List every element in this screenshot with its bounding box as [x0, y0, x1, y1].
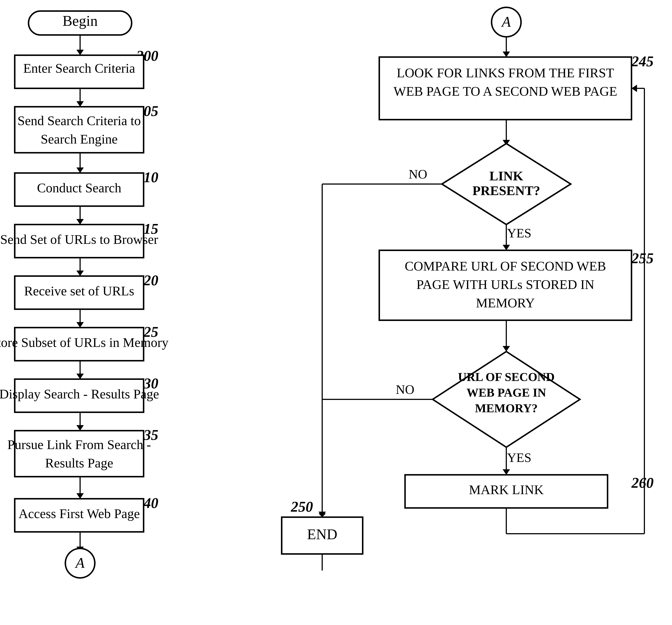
begin-label: Begin: [63, 13, 98, 29]
node-200-text: Enter Search Criteria: [23, 61, 135, 76]
node-260-text: MARK LINK: [469, 482, 544, 497]
url-memory-no-label: NO: [395, 382, 414, 397]
node-245-text-line1: LOOK FOR LINKS FROM THE FIRST: [397, 66, 614, 80]
svg-marker-2: [76, 50, 84, 55]
decision-link-present-text-line2: PRESENT?: [473, 183, 540, 198]
svg-marker-8: [76, 168, 84, 173]
link-present-no-label: NO: [409, 167, 427, 181]
flowchart-container: Begin 200 Enter Search Criteria 205 Send…: [0, 0, 672, 625]
node-205-text-line2: Search Engine: [41, 132, 118, 147]
node-235-text-line2: Results Page: [45, 456, 113, 470]
decision-url-memory-text-line3: MEMORY?: [475, 402, 538, 415]
svg-marker-11: [76, 219, 84, 225]
url-memory-yes-label: YES: [507, 451, 531, 465]
svg-marker-5: [76, 101, 84, 107]
node-220-text: Receive set of URLs: [24, 283, 134, 298]
svg-marker-43: [433, 351, 580, 447]
connector-a-bottom-label: A: [75, 555, 85, 571]
node-255-text-line3: MEMORY: [476, 296, 535, 310]
svg-marker-14: [76, 271, 84, 276]
decision-url-memory-text-line2: WEB PAGE IN: [466, 386, 546, 399]
svg-marker-23: [76, 425, 84, 431]
label-255: 255: [631, 250, 654, 266]
svg-marker-51: [631, 85, 637, 92]
svg-marker-45: [503, 469, 510, 475]
svg-marker-20: [76, 374, 84, 379]
svg-marker-26: [76, 493, 84, 499]
label-250: 250: [291, 499, 313, 515]
node-210-text: Conduct Search: [37, 180, 121, 195]
svg-marker-39: [503, 245, 510, 250]
svg-marker-33: [503, 52, 510, 57]
node-235-text-line1: Pursue Link From Search -: [7, 437, 151, 452]
label-245: 245: [631, 53, 654, 69]
svg-marker-17: [76, 322, 84, 328]
node-255-text-line1: COMPARE URL OF SECOND WEB: [405, 259, 606, 274]
node-230-text: Display Search - Results Page: [0, 387, 159, 401]
decision-url-memory-text-line1: URL OF SECOND: [458, 370, 555, 383]
end-label: END: [307, 526, 337, 542]
node-215-text: Send Set of URLs to Browser: [0, 232, 158, 247]
link-present-yes-label: YES: [507, 226, 531, 240]
connector-a-top-label: A: [501, 14, 511, 30]
node-255-text-line2: PAGE WITH URLs STORED IN: [416, 277, 595, 292]
decision-link-present-text-line1: LINK: [489, 169, 523, 183]
node-245-text-line2: WEB PAGE TO A SECOND WEB PAGE: [393, 84, 617, 99]
node-225-text: Store Subset of URLs in Memory: [0, 335, 168, 350]
label-260: 260: [631, 475, 654, 491]
node-205-text-line1: Send Search Criteria to: [18, 114, 141, 128]
node-240-text: Access First Web Page: [19, 506, 140, 521]
